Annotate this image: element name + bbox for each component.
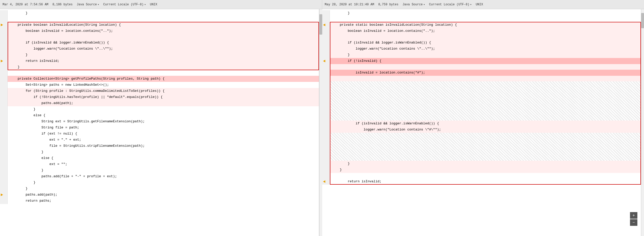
- left-filetype-dropdown[interactable]: Java Source: [77, 3, 99, 6]
- right-code-panel[interactable]: } private static boolean isInvalidLocati…: [322, 9, 641, 236]
- line-gutter-0: [0, 10, 8, 16]
- line-code-text-10: isInvalid = location.contains("#");: [330, 70, 641, 76]
- arrow-icon-8: [323, 60, 325, 62]
- line-gutter-2: [322, 22, 330, 28]
- line-gutter-21: [0, 137, 8, 143]
- line-code-text-19: if (isInvalid && logger.isWarnEnabled())…: [330, 121, 641, 127]
- line-gutter-0: [322, 10, 330, 16]
- line-gutter-28: [322, 173, 330, 179]
- line-code-text-7: }: [8, 52, 319, 58]
- code-line-22: file = StringUtils.stripFilenameExtensio…: [0, 143, 319, 149]
- code-line-27: paths.add(file + "-" + profile + ext);: [0, 173, 319, 180]
- code-line-11: [322, 76, 641, 81]
- line-gutter-27: [0, 173, 8, 180]
- code-line-9: }: [0, 64, 319, 70]
- code-line-10: isInvalid = location.contains("#");: [322, 70, 641, 76]
- code-line-17: else {: [0, 112, 319, 119]
- code-line-29: }: [0, 186, 319, 192]
- right-scroll-thumb[interactable]: [641, 13, 644, 28]
- line-gutter-13: [0, 88, 8, 94]
- line-code-text-13: [330, 87, 641, 93]
- line-gutter-18: [322, 115, 330, 121]
- line-code-text-23: [330, 144, 641, 150]
- right-locale-dropdown[interactable]: Current Locale (UTF-8): [429, 3, 471, 6]
- line-gutter-20: [0, 131, 8, 137]
- scroll-thumb[interactable]: [319, 14, 322, 35]
- code-line-8: return isInvalid;: [0, 58, 319, 64]
- arrow-icon-2: [323, 24, 325, 26]
- code-line-5: if (isInvalid && logger.isWarnEnabled())…: [322, 40, 641, 46]
- line-gutter-8: [0, 58, 8, 64]
- center-scrollbar[interactable]: [319, 9, 322, 236]
- code-line-28: [322, 173, 641, 179]
- right-scrollbar[interactable]: [641, 9, 644, 236]
- line-gutter-23: [0, 149, 8, 155]
- code-line-6: logger.warn("Location contains \"..\"");: [0, 46, 319, 52]
- zoom-in-button[interactable]: +: [630, 212, 637, 219]
- line-code-text-20: if (ext != null) {: [8, 131, 319, 137]
- code-line-16: }: [0, 106, 319, 112]
- arrow-icon-8: [1, 60, 3, 62]
- line-code-text-31: return paths;: [8, 198, 319, 204]
- code-line-22: [322, 138, 641, 144]
- line-gutter-1: [0, 16, 8, 22]
- line-gutter-28: [0, 180, 8, 186]
- line-code-text-22: [330, 138, 641, 144]
- line-gutter-3: [0, 28, 8, 34]
- code-line-20: if (ext != null) {: [0, 131, 319, 137]
- line-code-text-7: }: [330, 52, 641, 58]
- line-code-text-25: [330, 155, 641, 161]
- line-gutter-4: [322, 34, 330, 40]
- top-bar: Mar 4, 2020 at 7:54:56 AM 8,186 bytes Ja…: [0, 0, 644, 9]
- line-code-text-9: [330, 64, 641, 70]
- scroll-track[interactable]: [319, 9, 322, 236]
- left-date: Mar 4, 2020 at 7:54:56 AM: [3, 3, 48, 6]
- line-code-text-8: if (!isInvalid) {: [330, 58, 641, 64]
- code-line-7: }: [322, 52, 641, 58]
- right-scroll-track[interactable]: [641, 9, 644, 236]
- code-line-2: private boolean isInvalidLocation(String…: [0, 22, 319, 28]
- line-gutter-4: [0, 34, 8, 40]
- line-code-text-14: [330, 93, 641, 98]
- line-code-text-17: [330, 109, 641, 115]
- line-code-text-14: if (!StringUtils.hasText(profile) || "de…: [8, 94, 319, 100]
- line-gutter-7: [0, 52, 8, 58]
- line-gutter-12: [0, 82, 8, 88]
- code-line-28: }: [0, 180, 319, 186]
- code-line-17: [322, 109, 641, 115]
- code-line-18: String ext = StringUtils.getFilenameExte…: [0, 119, 319, 125]
- line-gutter-13: [322, 87, 330, 93]
- line-gutter-9: [0, 64, 8, 70]
- code-line-10: [0, 70, 319, 76]
- code-line-0: }: [322, 10, 641, 16]
- line-gutter-20: [322, 127, 330, 133]
- code-line-18: [322, 115, 641, 121]
- code-line-21: ext = "." + ext;: [0, 137, 319, 143]
- line-code-text-5: if (isInvalid && logger.isWarnEnabled())…: [330, 40, 641, 46]
- line-gutter-9: [322, 64, 330, 70]
- left-code-panel[interactable]: } private boolean isInvalidLocation(Stri…: [0, 9, 319, 236]
- code-line-6: logger.warn("Location contains \"..\"");: [322, 46, 641, 52]
- line-gutter-6: [0, 46, 8, 52]
- line-gutter-5: [0, 40, 8, 46]
- right-filetype-dropdown[interactable]: Java Source: [402, 3, 425, 6]
- line-gutter-24: [322, 150, 330, 155]
- code-line-3: boolean isInvalid = location.contains(".…: [0, 28, 319, 34]
- line-code-text-12: Set<String> paths = new LinkedHashSet<>(…: [8, 82, 319, 88]
- line-code-text-19: String file = path;: [8, 125, 319, 131]
- line-gutter-24: [0, 155, 8, 161]
- line-gutter-25: [322, 155, 330, 161]
- line-code-text-5: if (isInvalid && logger.isWarnEnabled())…: [8, 40, 319, 46]
- code-line-14: if (!StringUtils.hasText(profile) || "de…: [0, 94, 319, 100]
- line-code-text-30: paths.add(path);: [8, 192, 319, 198]
- left-locale-dropdown[interactable]: Current Locale (UTF-8): [103, 3, 146, 6]
- right-date: May 28, 2020 at 10:21:40 AM: [325, 3, 374, 6]
- code-line-21: [322, 133, 641, 138]
- line-code-text-11: [330, 76, 641, 81]
- zoom-out-button[interactable]: −: [630, 219, 637, 226]
- line-gutter-11: [0, 76, 8, 82]
- line-gutter-23: [322, 144, 330, 150]
- line-code-text-0: }: [8, 10, 319, 16]
- line-gutter-19: [322, 121, 330, 127]
- code-line-26: }: [322, 161, 641, 167]
